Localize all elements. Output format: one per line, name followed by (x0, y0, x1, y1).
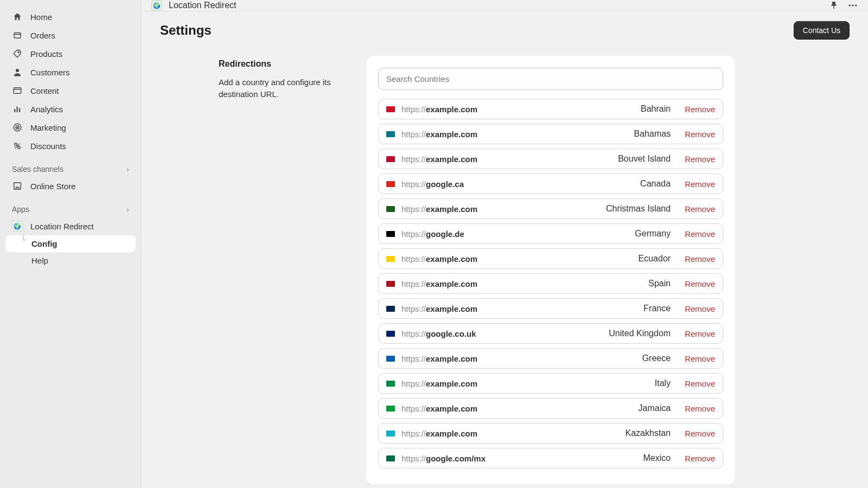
redirection-row[interactable]: https://example.comBahamasRemove (378, 124, 723, 144)
redirection-row[interactable]: https://google.co.ukUnited KingdomRemove (378, 323, 723, 344)
redirection-row[interactable]: https://example.comKazakhstanRemove (378, 423, 723, 444)
sidebar-item-discounts[interactable]: Discounts (5, 137, 136, 155)
remove-button[interactable]: Remove (685, 179, 715, 189)
remove-button[interactable]: Remove (685, 254, 715, 264)
marketing-icon (12, 122, 23, 133)
redirections-panel: https://example.comBahrainRemovehttps://… (366, 56, 735, 485)
remove-button[interactable]: Remove (685, 130, 715, 139)
svg-rect-4 (14, 109, 15, 112)
sidebar-item-content[interactable]: Content (5, 81, 136, 100)
svg-point-14 (855, 4, 857, 6)
sidebar-item-home[interactable]: Home (5, 8, 136, 26)
sidebar-item-online-store[interactable]: Online Store (5, 177, 136, 195)
country-name: Spain (648, 279, 671, 288)
remove-button[interactable]: Remove (685, 204, 715, 214)
page-title: Settings (160, 23, 212, 38)
section-intro: Redirections Add a country and configure… (160, 56, 344, 485)
sidebar-item-analytics[interactable]: Analytics (5, 100, 136, 118)
discounts-icon (12, 140, 23, 151)
sidebar-item-customers[interactable]: Customers (5, 63, 136, 81)
flag-icon (386, 231, 395, 237)
sidebar-subitem-label: Config (31, 239, 57, 248)
more-icon[interactable] (847, 0, 858, 11)
remove-button[interactable]: Remove (685, 329, 715, 338)
sidebar-subitem-help[interactable]: Help (5, 252, 136, 269)
sidebar-item-orders[interactable]: Orders (5, 26, 136, 44)
country-name: Bahamas (634, 129, 671, 139)
redirection-row[interactable]: https://google.com/mxMexicoRemove (378, 448, 723, 468)
redirection-row[interactable]: https://example.comBouvet IslandRemove (378, 149, 723, 169)
remove-button[interactable]: Remove (685, 354, 715, 363)
country-name: Italy (655, 378, 671, 388)
remove-button[interactable]: Remove (685, 279, 715, 288)
sidebar-subitem-config[interactable]: └ Config (5, 235, 136, 252)
svg-point-2 (16, 69, 19, 72)
redirection-row[interactable]: https://example.comItalyRemove (378, 373, 723, 394)
redirect-url: https://example.com (401, 354, 477, 363)
redirect-url: https://google.de (401, 229, 464, 239)
sidebar-item-label: Analytics (30, 105, 63, 114)
redirect-url: https://example.com (401, 254, 477, 264)
search-countries-input[interactable] (378, 68, 723, 90)
sidebar-item-label: Location Redirect (30, 222, 94, 231)
flag-icon (386, 381, 395, 387)
redirection-row[interactable]: https://example.comChristmas IslandRemov… (378, 198, 723, 219)
sidebar-item-label: Marketing (30, 123, 66, 132)
remove-button[interactable]: Remove (685, 155, 715, 164)
redirection-row[interactable]: https://example.comBahrainRemove (378, 99, 723, 119)
flag-icon (386, 206, 395, 212)
sidebar-subitem-label: Help (31, 256, 48, 265)
country-name: Germany (635, 229, 671, 239)
svg-point-9 (17, 127, 18, 128)
flag-icon (386, 106, 395, 112)
svg-point-10 (15, 143, 17, 146)
customers-icon (12, 67, 23, 78)
redirection-row[interactable]: https://google.deGermanyRemove (378, 223, 723, 244)
remove-button[interactable]: Remove (685, 304, 715, 313)
redirect-url: https://example.com (401, 304, 477, 313)
sidebar-item-label: Home (30, 12, 52, 22)
svg-point-11 (18, 146, 21, 149)
analytics-icon (12, 104, 23, 114)
redirection-row[interactable]: https://example.comFranceRemove (378, 298, 723, 319)
pin-icon[interactable] (829, 1, 839, 10)
svg-rect-3 (14, 88, 21, 94)
topbar-title: Location Redirect (169, 1, 237, 10)
sidebar-item-label: Online Store (30, 182, 75, 191)
sales-channels-label: Sales channels (12, 165, 63, 174)
apps-label: Apps (12, 205, 29, 214)
remove-button[interactable]: Remove (685, 229, 715, 239)
country-name: Jamaica (639, 403, 671, 413)
redirection-row[interactable]: https://example.comSpainRemove (378, 273, 723, 294)
sidebar-item-marketing[interactable]: Marketing (5, 118, 136, 137)
flag-icon (386, 181, 395, 187)
page-header: Settings Contact Us (142, 11, 868, 49)
products-icon (12, 48, 23, 59)
redirection-row[interactable]: https://example.comJamaicaRemove (378, 398, 723, 419)
apps-header[interactable]: Apps › (5, 195, 136, 217)
remove-button[interactable]: Remove (685, 454, 715, 463)
flag-icon (386, 406, 395, 412)
sales-channels-header[interactable]: Sales channels › (5, 155, 136, 177)
country-name: Greece (642, 354, 671, 363)
orders-icon (12, 30, 23, 41)
flag-icon (386, 455, 395, 461)
redirect-url: https://example.com (401, 155, 477, 164)
remove-button[interactable]: Remove (685, 429, 715, 438)
sidebar-item-label: Products (30, 49, 62, 59)
sidebar-item-app[interactable]: 🌍 Location Redirect (5, 217, 136, 235)
remove-button[interactable]: Remove (685, 379, 715, 388)
home-icon (12, 11, 23, 22)
redirection-row[interactable]: https://google.caCanadaRemove (378, 174, 723, 194)
sidebar-item-products[interactable]: Products (5, 44, 136, 63)
redirection-row[interactable]: https://example.comGreeceRemove (378, 348, 723, 369)
remove-button[interactable]: Remove (685, 404, 715, 413)
remove-button[interactable]: Remove (685, 105, 715, 114)
country-name: Kazakhstan (626, 428, 671, 438)
chevron-right-icon: › (126, 165, 129, 174)
topbar: 🌍 Location Redirect (142, 0, 868, 11)
contact-us-button[interactable]: Contact Us (794, 21, 850, 40)
redirection-row[interactable]: https://example.comEcuadorRemove (378, 248, 723, 269)
redirect-url: https://example.com (401, 279, 477, 288)
flag-icon (386, 281, 395, 287)
